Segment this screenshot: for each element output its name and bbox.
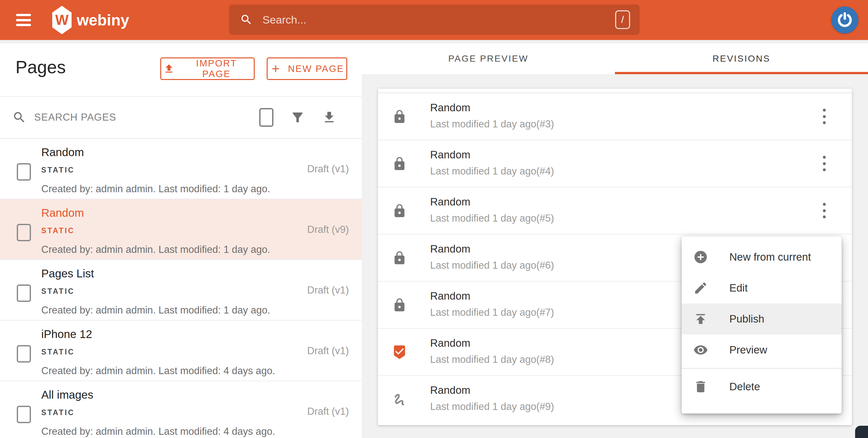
import-page-button[interactable]: IMPORT PAGE — [160, 57, 255, 80]
page-checkbox[interactable] — [17, 345, 31, 362]
context-menu-item-label: Publish — [730, 313, 764, 325]
revision-meta-text: Last modified 1 day ago(#4) — [430, 166, 554, 177]
tab-page-preview[interactable]: PAGE PREVIEW — [362, 43, 615, 74]
detail-tabs: PAGE PREVIEW REVISIONS — [362, 43, 868, 74]
page-title-text: All images — [41, 388, 93, 401]
lock-icon — [392, 298, 407, 313]
header-shadow-strip — [0, 40, 868, 43]
page-meta-text: Created by: admin admin. Last modified: … — [41, 304, 270, 316]
pages-toolbar — [259, 108, 337, 127]
eye-icon — [693, 343, 708, 357]
draft-icon — [392, 392, 407, 407]
revisions-scroll-clip — [378, 89, 852, 93]
page-status-text: Draft (v1) — [307, 345, 349, 357]
page-status-text: Draft (v9) — [307, 224, 349, 235]
page-type-badge: STATIC — [41, 348, 75, 356]
brand-wordmark: webiny — [77, 11, 129, 29]
pencil-icon — [693, 281, 708, 295]
logo-letter: W — [55, 12, 69, 28]
revision-title-text: Random — [430, 337, 470, 349]
page-list-item[interactable]: Random STATIC Created by: admin admin. L… — [0, 139, 362, 199]
page-checkbox[interactable] — [17, 163, 31, 181]
revision-meta-text: Last modified 1 day ago(#9) — [430, 401, 554, 412]
menu-divider — [682, 368, 842, 369]
revision-title-text: Random — [430, 384, 470, 397]
more-options-icon[interactable] — [818, 154, 831, 173]
import-page-label: IMPORT PAGE — [181, 58, 252, 79]
webiny-logo[interactable]: W webiny — [52, 6, 129, 34]
context-menu-item-label: Preview — [730, 344, 767, 356]
new-page-label: NEW PAGE — [288, 63, 344, 74]
revision-title-text: Random — [430, 149, 470, 161]
gravatar-power-icon — [836, 11, 853, 28]
chat-widget-corner[interactable] — [855, 426, 868, 438]
lock-icon — [392, 204, 407, 218]
plus-icon — [270, 63, 281, 75]
context-menu-item-delete[interactable]: Delete — [682, 371, 842, 402]
revision-title-text: Random — [430, 243, 470, 255]
revision-list-item[interactable]: Random Last modified 1 day ago(#5) — [378, 187, 852, 234]
slash-shortcut-key-badge: / — [615, 10, 630, 29]
page-title-text: Pages List — [41, 267, 94, 280]
page-list-item[interactable]: Random STATIC Created by: admin admin. L… — [0, 199, 362, 260]
published-icon — [392, 345, 407, 360]
revision-meta-text: Last modified 1 day ago(#8) — [430, 354, 554, 366]
revision-meta-text: Last modified 1 day ago(#6) — [430, 260, 554, 271]
pages-list-panel: Pages IMPORT PAGE NEW PAGE Random — [0, 43, 362, 438]
page-type-badge: STATIC — [41, 166, 75, 174]
revision-title-text: Random — [430, 196, 470, 208]
page-checkbox[interactable] — [17, 406, 31, 423]
page-type-badge: STATIC — [41, 287, 75, 296]
add-circle-icon — [693, 250, 708, 264]
revision-title-text: Random — [430, 101, 470, 114]
context-menu-item-new-from-current[interactable]: New from current — [682, 241, 842, 272]
upload-icon — [163, 63, 175, 75]
page-checkbox[interactable] — [17, 285, 31, 302]
page-title-text: Random — [41, 206, 84, 219]
new-page-button[interactable]: NEW PAGE — [267, 57, 347, 80]
page-title-text: iPhone 12 — [41, 328, 92, 341]
context-menu-item-label: New from current — [730, 251, 811, 263]
page-type-badge: STATIC — [41, 227, 75, 235]
page-meta-text: Created by: admin admin. Last modified: … — [41, 183, 270, 195]
app-header: W webiny / — [0, 0, 868, 40]
webiny-hexagon-logo-icon: W — [52, 6, 71, 34]
context-menu-item-publish[interactable]: Publish — [682, 303, 842, 334]
pages-list: Random STATIC Created by: admin admin. L… — [0, 139, 362, 438]
context-menu-item-preview[interactable]: Preview — [682, 334, 842, 366]
search-icon — [12, 110, 26, 124]
page-meta-text: Created by: admin admin. Last modified: … — [41, 426, 275, 437]
revision-list-item[interactable]: Random Last modified 1 day ago(#3) — [378, 93, 852, 140]
active-tab-underline — [615, 72, 868, 74]
revision-meta-text: Last modified 1 day ago(#7) — [430, 307, 554, 318]
page-status-text: Draft (v1) — [307, 285, 349, 296]
select-all-checkbox-icon[interactable] — [259, 108, 273, 127]
download-icon[interactable] — [322, 110, 337, 125]
page-checkbox[interactable] — [17, 224, 31, 241]
page-status-text: Draft (v1) — [307, 406, 349, 417]
revision-meta-text: Last modified 1 day ago(#3) — [430, 118, 554, 130]
lock-icon — [392, 109, 407, 124]
page-list-item[interactable]: Pages List STATIC Created by: admin admi… — [0, 260, 362, 321]
more-options-icon[interactable] — [818, 201, 831, 220]
hamburger-menu-icon[interactable] — [16, 14, 31, 26]
trash-icon — [693, 379, 708, 394]
revision-context-menu: New from current Edit Publish Preview De… — [682, 236, 842, 413]
more-options-icon[interactable] — [818, 107, 831, 126]
global-search-bar[interactable]: / — [229, 4, 640, 35]
filter-icon[interactable] — [290, 110, 305, 125]
lock-icon — [392, 251, 407, 265]
page-status-text: Draft (v1) — [307, 163, 349, 175]
search-icon — [240, 13, 253, 26]
page-list-item[interactable]: iPhone 12 STATIC Created by: admin admin… — [0, 321, 362, 381]
context-menu-item-label: Delete — [730, 381, 760, 393]
webiny-admin-screen: W webiny / Pages IMPORT PAGE — [0, 0, 868, 438]
tab-revisions[interactable]: REVISIONS — [615, 43, 868, 74]
revision-list-item[interactable]: Random Last modified 1 day ago(#4) — [378, 140, 852, 187]
global-search-input[interactable] — [262, 13, 615, 26]
context-menu-item-edit[interactable]: Edit — [682, 272, 842, 303]
page-list-item[interactable]: All images STATIC Created by: admin admi… — [0, 381, 362, 438]
search-pages-input[interactable] — [34, 111, 215, 123]
pages-search-row — [0, 97, 362, 139]
user-avatar[interactable] — [831, 6, 858, 33]
